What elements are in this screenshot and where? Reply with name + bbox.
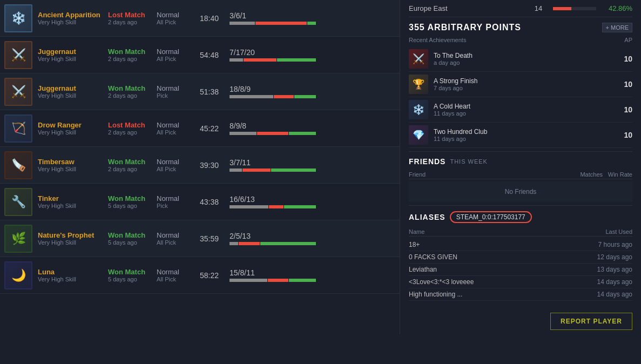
- region-row: Europe East 14 42.86%: [409, 0, 632, 17]
- hero-icon: ⚔️: [4, 41, 32, 69]
- kda-score: 15/8/11: [230, 268, 395, 277]
- hero-name: Drow Ranger: [38, 121, 108, 129]
- match-result: Won Match 2 days ago: [108, 48, 157, 62]
- match-duration: 58:22: [200, 271, 230, 280]
- hero-info: Tinker Very High Skill: [38, 194, 108, 209]
- match-kda-area: 7/17/20: [230, 48, 395, 62]
- aliases-col-lastused: Last Used: [578, 228, 632, 235]
- more-button[interactable]: + MORE: [602, 23, 632, 32]
- kda-deaths-bar: [268, 279, 288, 282]
- achievement-row: ❄️ A Cold Heart 11 days ago 10: [409, 97, 632, 123]
- result-label: Won Match: [108, 194, 157, 203]
- kda-kills-bar: [230, 22, 255, 25]
- hero-info: Drow Ranger Very High Skill: [38, 121, 108, 136]
- match-row: ⚔️ Juggernaut Very High Skill Won Match …: [0, 73, 400, 110]
- time-ago: 2 days ago: [108, 129, 157, 136]
- kda-bar: [230, 168, 316, 172]
- achievement-date: 11 days ago: [434, 136, 616, 142]
- match-kda-area: 3/6/1: [230, 11, 395, 25]
- hero-info: Juggernaut Very High Skill: [38, 84, 108, 99]
- friends-col-friend: Friend: [409, 171, 573, 178]
- hero-skill: Very High Skill: [38, 19, 108, 25]
- achievement-date: 7 days ago: [434, 85, 616, 91]
- kda-assists-bar: [294, 95, 316, 98]
- result-label: Lost Match: [108, 11, 157, 19]
- hero-name: Tinker: [38, 194, 108, 203]
- achievement-info: Two Hundred Club 11 days ago: [434, 128, 616, 142]
- match-mode: Normal All Pick: [157, 268, 200, 282]
- kda-kills-bar: [230, 95, 273, 98]
- match-result: Lost Match 2 days ago: [108, 121, 157, 136]
- match-row: 🔧 Tinker Very High Skill Won Match 5 day…: [0, 184, 400, 220]
- friends-subtitle: THIS WEEK: [450, 158, 488, 165]
- achievement-ap: 10: [616, 131, 632, 139]
- hero-icon: 🏹: [4, 114, 32, 143]
- hero-skill: Very High Skill: [38, 239, 108, 246]
- achievement-icon: 💎: [409, 125, 428, 145]
- kda-assists-bar: [260, 242, 316, 245]
- achievement-ap: 10: [616, 55, 632, 63]
- achievement-name: A Strong Finish: [434, 77, 616, 85]
- time-ago: 5 days ago: [108, 239, 157, 246]
- kda-deaths-bar: [244, 58, 276, 62]
- kda-assists-bar: [284, 205, 316, 208]
- match-row: 🪚 Timbersaw Very High Skill Won Match 2 …: [0, 147, 400, 184]
- match-result: Won Match 5 days ago: [108, 268, 157, 282]
- player-info-panel: Europe East 14 42.86% 355 ARBITRARY POIN…: [400, 0, 641, 334]
- achievement-date: a day ago: [434, 59, 616, 66]
- alias-last-used: 7 hours ago: [578, 241, 632, 248]
- match-kda-area: 18/8/9: [230, 85, 395, 98]
- alias-last-used: 12 days ago: [578, 253, 632, 261]
- kda-kills-bar: [230, 205, 268, 208]
- kda-bar: [230, 58, 316, 62]
- hero-icon: ⚔️: [4, 78, 32, 106]
- match-result: Won Match 2 days ago: [108, 84, 157, 99]
- achievement-name: A Cold Heart: [434, 103, 616, 110]
- alias-name: High functioning ...: [409, 291, 578, 298]
- hero-info: Ancient Apparition Very High Skill: [38, 11, 108, 25]
- achievement-info: A Strong Finish 7 days ago: [434, 77, 616, 91]
- match-mode: Normal All Pick: [157, 11, 200, 25]
- alias-row: <3Love<3:*<3 loveeee 14 days ago: [409, 276, 632, 288]
- achievement-info: A Cold Heart 11 days ago: [434, 103, 616, 117]
- hero-name: Juggernaut: [38, 84, 108, 92]
- match-mode: Normal Pick: [157, 84, 200, 99]
- match-row: 🌙 Luna Very High Skill Won Match 5 days …: [0, 257, 400, 294]
- achievement-icon: ⚔️: [409, 49, 428, 69]
- achievement-icon: 🏆: [409, 75, 428, 94]
- hero-name: Luna: [38, 268, 108, 276]
- achievements-col2: AP: [624, 37, 632, 43]
- report-player-button[interactable]: REPORT PLAYER: [550, 313, 632, 330]
- kda-kills-bar: [230, 168, 242, 172]
- match-history-panel: ❄️ Ancient Apparition Very High Skill Lo…: [0, 0, 400, 334]
- hero-name: Juggernaut: [38, 48, 108, 56]
- alias-last-used: 14 days ago: [578, 278, 632, 286]
- achievement-name: To The Death: [434, 52, 616, 59]
- friends-title: FRIENDS: [409, 157, 446, 166]
- result-label: Won Match: [108, 231, 157, 239]
- kda-bar: [230, 95, 316, 98]
- hero-skill: Very High Skill: [38, 166, 108, 172]
- achievement-date: 11 days ago: [434, 110, 616, 117]
- region-winbar-fill: [553, 7, 571, 10]
- match-row: ⚔️ Juggernaut Very High Skill Won Match …: [0, 37, 400, 73]
- kda-deaths-bar: [255, 22, 307, 25]
- match-duration: 54:48: [200, 51, 230, 59]
- kda-assists-bar: [289, 279, 316, 282]
- achievement-info: To The Death a day ago: [434, 52, 616, 66]
- result-label: Won Match: [108, 84, 157, 92]
- match-kda-area: 15/8/11: [230, 268, 395, 282]
- kda-score: 18/8/9: [230, 85, 395, 93]
- match-duration: 45:22: [200, 124, 230, 133]
- steam-id-badge: STEAM_0:0:177503177: [450, 211, 532, 223]
- region-name: Europe East: [409, 4, 524, 12]
- match-mode: Normal All Pick: [157, 231, 200, 246]
- time-ago: 2 days ago: [108, 92, 157, 99]
- match-row: ❄️ Ancient Apparition Very High Skill Lo…: [0, 0, 400, 37]
- match-result: Won Match 2 days ago: [108, 158, 157, 172]
- kda-assists-bar: [277, 58, 316, 62]
- hero-icon: 🪚: [4, 151, 32, 179]
- time-ago: 5 days ago: [108, 276, 157, 282]
- time-ago: 5 days ago: [108, 203, 157, 209]
- hero-info: Luna Very High Skill: [38, 268, 108, 282]
